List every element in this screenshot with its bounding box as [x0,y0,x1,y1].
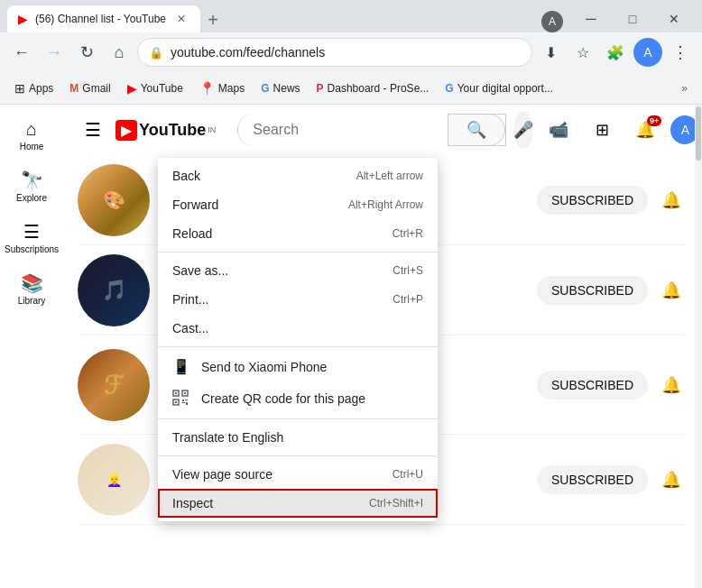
bell-btn-3[interactable]: 🔔 [655,369,688,401]
yt-sidebar: ⌂ Home 🔭 Explore ☰ Subscriptions 📚 Libra… [0,105,63,588]
subscribe-btn-4[interactable]: SUBSCRIBED [537,465,648,494]
extensions-icon[interactable]: 🧩 [601,38,630,67]
scrollbar-thumb[interactable] [696,106,701,161]
svg-rect-8 [185,400,188,400]
url-text: youtube.com/feed/channels [171,45,521,60]
notification-badge: 9+ [647,115,661,126]
youtube-label: YouTube [141,82,183,95]
bookmark-youtube[interactable]: ▶ YouTube [120,78,190,99]
more-options-icon[interactable]: ⋮ [666,38,695,67]
maximize-button[interactable]: □ [612,5,653,32]
explore-icon: 🔭 [21,170,43,191]
context-menu: Back Alt+Left arrow Forward Alt+Right Ar… [158,158,438,521]
sidebar-item-home[interactable]: ⌂ Home [3,112,60,159]
ctx-translate-label: Translate to English [172,430,283,445]
ctx-divider-4 [158,455,438,456]
subscribe-btn-3[interactable]: SUBSCRIBED [537,371,648,400]
tab-title: (56) Channel list - YouTube [35,13,166,25]
yt-grid-button[interactable]: ⊞ [584,112,620,148]
sidebar-item-explore[interactable]: 🔭 Explore [3,162,60,210]
yt-notifications-button[interactable]: 🔔 9+ [627,112,663,148]
subscriptions-icon: ☰ [23,221,40,243]
ctx-qr-label: Create QR code for this page [201,391,365,406]
channel-actions-4: SUBSCRIBED 🔔 [537,464,688,496]
yt-search-input[interactable] [238,114,448,146]
ctx-inspect[interactable]: Inspect Ctrl+Shift+I [158,489,438,518]
svg-rect-10 [186,402,188,405]
tab-favicon: ▶ [18,12,28,26]
ctx-back-label: Back [172,169,200,183]
bookmark-gmail[interactable]: M Gmail [62,78,117,98]
bookmark-maps[interactable]: 📍 Maps [192,78,252,99]
scrollbar[interactable] [695,105,702,588]
active-tab[interactable]: ▶ (56) Channel list - YouTube ✕ [7,5,200,32]
ctx-save[interactable]: Save as... Ctrl+S [158,256,438,285]
qr-code-icon [172,390,189,406]
ctx-reload[interactable]: Reload Ctrl+R [158,219,438,248]
yt-search-button[interactable]: 🔍 [448,114,505,146]
channel-thumb-1: 🎨 [78,164,150,236]
channel-thumb-3: ℱ [78,349,150,421]
bookmark-dashboard[interactable]: P Dashboard - ProSe... [309,78,437,98]
yt-hamburger-btn[interactable]: ☰ [78,112,108,148]
ctx-back[interactable]: Back Alt+Left arrow [158,161,438,190]
channel-thumb-4: 👱‍♀️ [78,444,150,516]
ctx-print[interactable]: Print... Ctrl+P [158,285,438,314]
svg-rect-2 [175,392,177,394]
nav-bar: ← → ↻ ⌂ 🔒 youtube.com/feed/channels ⬇ ☆ … [0,32,702,72]
yt-search-container: 🔍 [237,114,506,146]
ctx-qr[interactable]: Create QR code for this page [158,382,438,415]
bell-btn-4[interactable]: 🔔 [655,464,688,496]
forward-button[interactable]: → [40,38,69,67]
user-profile-icon[interactable]: A [633,38,662,67]
ctx-viewsource[interactable]: View page source Ctrl+U [158,460,438,489]
ctx-forward-label: Forward [172,198,218,212]
apps-label: Apps [29,82,53,95]
ctx-send[interactable]: 📱 Send to Xiaomi Phone [158,351,438,382]
bookmark-apps[interactable]: ⊞ Apps [7,78,60,99]
download-icon[interactable]: ⬇ [536,38,565,67]
ctx-print-shortcut: Ctrl+P [393,293,423,306]
bell-btn-1[interactable]: 🔔 [655,184,688,216]
news-g-icon: G [261,82,269,95]
ctx-reload-label: Reload [172,226,212,241]
close-window-button[interactable]: ✕ [653,5,695,32]
back-button[interactable]: ← [7,38,36,67]
dashboard-label: Dashboard - ProSe... [328,82,430,95]
bookmarks-more-button[interactable]: » [674,78,695,98]
yt-cam-button[interactable]: 📹 [540,112,577,148]
tab-close-btn[interactable]: ✕ [173,11,189,27]
svg-text:ℱ: ℱ [104,372,125,400]
bookmark-news[interactable]: G News [254,78,307,98]
new-tab-button[interactable]: + [200,7,226,32]
channel-actions-3: SUBSCRIBED 🔔 [537,369,688,401]
minimize-button[interactable]: ─ [570,5,612,32]
bookmark-digital[interactable]: G Your digital opport... [438,78,560,98]
yt-header: ☰ ▶ YouTube IN 🔍 🎤 📹 ⊞ 🔔 9+ A [63,105,702,155]
subscribe-btn-1[interactable]: SUBSCRIBED [537,186,648,215]
yt-logo[interactable]: ▶ YouTube IN [115,120,216,141]
youtube-bm-icon: ▶ [127,81,137,96]
ctx-translate[interactable]: Translate to English [158,423,438,452]
ctx-cast[interactable]: Cast... [158,314,438,343]
yt-mic-button[interactable]: 🎤 [513,112,533,148]
qr-icon [172,390,190,408]
refresh-button[interactable]: ↻ [72,38,101,67]
sidebar-item-subscriptions[interactable]: ☰ Subscriptions [3,214,60,262]
gmail-label: Gmail [82,82,110,95]
bookmark-star-icon[interactable]: ☆ [568,38,597,67]
bell-btn-2[interactable]: 🔔 [655,274,688,307]
profile-circle[interactable]: A [541,11,563,32]
library-label: Library [18,296,46,306]
library-icon: 📚 [21,272,43,294]
ctx-forward-shortcut: Alt+Right Arrow [348,198,423,211]
yt-logo-text: YouTube [139,121,206,140]
ctx-save-shortcut: Ctrl+S [393,264,423,277]
sidebar-item-library[interactable]: 📚 Library [3,265,60,313]
channel-actions-2: SUBSCRIBED 🔔 [537,274,688,307]
ctx-forward[interactable]: Forward Alt+Right Arrow [158,190,438,219]
address-bar[interactable]: 🔒 youtube.com/feed/channels [137,38,532,67]
subscribe-btn-2[interactable]: SUBSCRIBED [537,276,648,305]
home-button[interactable]: ⌂ [105,38,134,67]
ctx-reload-shortcut: Ctrl+R [393,227,423,240]
